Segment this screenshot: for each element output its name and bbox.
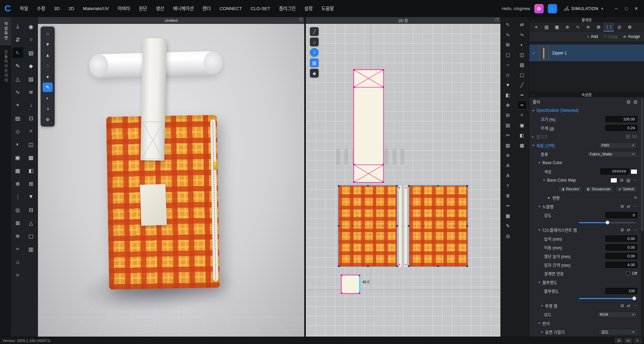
solidify-icon[interactable]: ▣ (12, 152, 23, 163)
scan-layer-icon[interactable]: ◫ (25, 139, 36, 150)
menu-animation[interactable]: 애니메이션 (168, 0, 198, 17)
avatar-display-icon[interactable]: ◉ (25, 21, 36, 32)
menu-2d[interactable]: 2D (64, 0, 78, 17)
transform-pattern-icon[interactable]: ↖ (503, 20, 513, 29)
menu-file[interactable]: 파일 (15, 0, 33, 17)
prop-section-opacity[interactable]: ▼ 불투명도 (529, 278, 639, 287)
recolor-button[interactable]: ◨Recolor (558, 186, 582, 192)
tack-on-avatar-icon[interactable]: ◆ (25, 60, 36, 71)
opacity-input[interactable]: 100 (605, 288, 637, 294)
particle-distance-input[interactable]: 4.00 (605, 262, 637, 268)
menu-edit[interactable]: 수정 (33, 0, 50, 17)
pattern-outline-icon[interactable]: ▢ (517, 70, 527, 79)
notch-3d-icon[interactable]: ⊟ (25, 204, 36, 215)
menu-plugin[interactable]: 플러그인 (275, 0, 300, 17)
tile-icon[interactable]: ⊞ (621, 303, 624, 308)
avatar-show-icon[interactable]: ● (43, 72, 53, 81)
show-texture-icon[interactable]: ▤ (310, 58, 319, 67)
undock-icon[interactable]: ❐ (495, 18, 498, 22)
strength-input[interactable]: 0 (605, 212, 637, 218)
more-menu-icon[interactable]: ⋯ (633, 178, 637, 183)
trim-tab-icon[interactable]: ✿ (624, 22, 635, 32)
viewport-3d[interactable]: Untitled ❐ ∩▼▲∴●✎◐◑⊕ (38, 17, 304, 337)
tape-tool-icon[interactable]: ▤ (12, 113, 23, 124)
prop-section-base-color-map[interactable]: ▼ Base Color Map ⊞ ▤ ⋯ (529, 176, 639, 185)
menu-render[interactable]: 렌더 (198, 0, 215, 17)
stitch-tab-icon[interactable]: ≋ (583, 22, 593, 32)
retopology-icon[interactable]: ▩ (25, 152, 36, 163)
pattern-label-icon[interactable]: A (503, 171, 513, 180)
opacity-slider[interactable] (579, 298, 636, 299)
shift-input[interactable]: 0.00 (605, 244, 637, 250)
avatar-walk-icon[interactable]: ⇵ (12, 34, 23, 45)
menu-clo-set[interactable]: CLO-SET (246, 0, 275, 17)
viewport-2d[interactable]: 2D 창 ❐ ╱⌂i▤◆ (306, 17, 500, 337)
object-list-item-zipper[interactable]: ✓ Zipper 1 (529, 45, 644, 61)
more-menu-icon[interactable]: ⋯ (633, 303, 637, 308)
desaturate-button[interactable]: ◧Desaturate (584, 186, 614, 192)
more-menu-icon[interactable]: ⋯ (633, 228, 637, 232)
menu-production[interactable]: 생산 (152, 0, 169, 17)
sewing-tool-icon[interactable]: ∿ (12, 87, 23, 97)
texture-edit-icon[interactable]: ▥ (25, 244, 36, 254)
annotate-icon[interactable]: ✎ (503, 221, 513, 230)
menu-materials-uv[interactable]: Materials/UV (78, 0, 113, 17)
minimize-button[interactable]: ─ (611, 0, 621, 17)
open-file-icon[interactable]: ▤ (627, 99, 630, 104)
arrangement-point-icon[interactable]: ▧ (25, 47, 36, 58)
spec-table-icon[interactable]: ▦ (503, 211, 513, 220)
uv-edit-icon[interactable]: ⌗ (12, 270, 23, 281)
button-3d-icon[interactable]: ◎ (12, 204, 23, 215)
zipper-3d-icon[interactable]: ⋮ (12, 191, 23, 202)
sphere-map-icon[interactable]: ⊕ (562, 22, 572, 32)
pen-3d-icon[interactable]: ✎ (12, 60, 23, 71)
grain-2d-icon[interactable]: ⊕ (503, 100, 513, 109)
line-guide-icon[interactable]: ╱ (310, 27, 319, 36)
zipper-pull[interactable] (213, 162, 217, 170)
piping-tab-icon[interactable]: ◎ (614, 22, 624, 32)
iron-2d-icon[interactable]: ◐ (517, 40, 527, 49)
grid-2d-icon[interactable]: ⌗ (503, 181, 513, 190)
prop-section-base-color[interactable]: ▼ Base Color (529, 158, 639, 167)
add-button[interactable]: +Add (587, 34, 598, 39)
sync-3d2d-icon[interactable]: ⇄ (517, 20, 527, 29)
prop-section-normal-map[interactable]: ▼ 노말맵 ⊞ ⇄ ⋯ (529, 202, 639, 211)
pouch-patch[interactable] (140, 184, 167, 226)
height-input[interactable]: 0.00 (605, 236, 637, 242)
prop-section-transform[interactable]: ▶ 변환 ↻ (529, 193, 639, 202)
prop-section-material[interactable]: ▼ 재질 (선택) PBR ▼ (529, 141, 639, 150)
gravity-tool-icon[interactable]: ↓ (25, 100, 36, 110)
sync-windows-button[interactable]: ↻ (634, 338, 641, 343)
maximize-button[interactable]: □ (621, 0, 631, 17)
paint-tool-icon[interactable]: ✎ (43, 83, 53, 92)
reset-arrangement-icon[interactable]: ⤓ (12, 21, 23, 32)
clo-set-icon[interactable]: ◎ (548, 4, 557, 13)
zipper-tab-icon[interactable]: ⋮⋮ (603, 22, 614, 32)
prop-section-specification[interactable]: ▼ Specification (Selected) (529, 106, 639, 115)
garment-show-icon[interactable]: ▼ (43, 40, 53, 49)
polygon-pattern-icon[interactable]: ◇ (503, 70, 513, 79)
slash-spread-icon[interactable]: ╱ (517, 80, 527, 89)
prop-row-surface-roughness[interactable]: ▼ 표면 거칠기 강도 ▼ (529, 328, 639, 336)
spray-icon[interactable]: ∴ (43, 61, 53, 70)
buttonhole-3d-icon[interactable]: ⊠ (12, 217, 23, 228)
color-hex-input[interactable]: FFFFFF (600, 168, 629, 175)
surface-roughness-select[interactable]: 강도 ▼ (599, 329, 637, 335)
measure-2d-icon[interactable]: ⌗ (517, 110, 527, 119)
strap-pattern[interactable] (353, 69, 384, 183)
steam-iron-icon[interactable]: ⌂ (12, 257, 23, 267)
add-point-icon[interactable]: ⊞ (503, 40, 513, 49)
undock-icon[interactable]: ❐ (299, 18, 302, 22)
fold-arrange-icon[interactable]: ◐ (12, 139, 23, 150)
pouch-zipper[interactable] (210, 119, 218, 281)
prop-section-displacement-map[interactable]: ▼ 디스플레이스먼트 맵 ⊞ ⇄ ⋯ (529, 226, 639, 234)
dart-2d-icon[interactable]: ▼ (503, 80, 513, 89)
flatten-icon[interactable]: ▦ (12, 165, 23, 176)
fabric-view-icon[interactable]: ▨ (517, 60, 527, 69)
strap-show-icon[interactable]: ▲ (43, 50, 53, 60)
link-map-icon[interactable]: ⇄ (627, 303, 630, 308)
trace-2d-icon[interactable]: ◧ (503, 90, 513, 99)
property-scrollbar[interactable] (641, 98, 643, 336)
lock-checkbox[interactable]: ✓ (626, 135, 630, 139)
mode-select[interactable]: RGB ▼ (597, 311, 637, 318)
